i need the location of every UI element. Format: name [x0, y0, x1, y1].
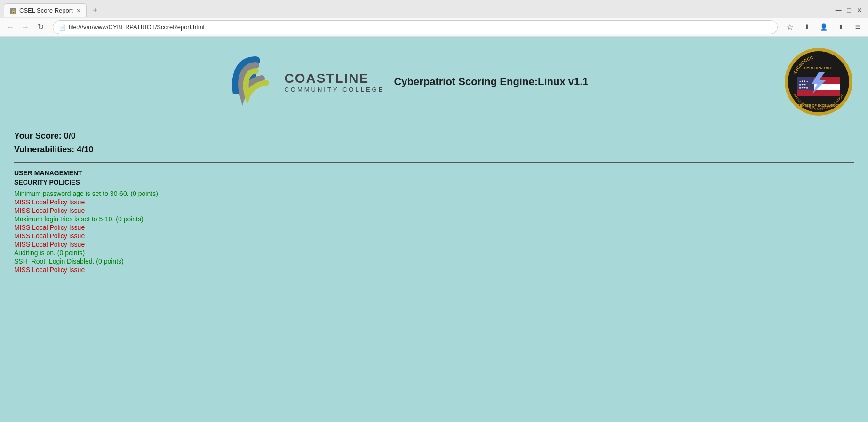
- browser-chrome: 🔒 CSEL Score Report × + ─ □ ✕ ← → ↻ 📄 fi…: [0, 0, 868, 37]
- section-title-security-policies: SECURITY POLICIES: [14, 179, 854, 186]
- back-button[interactable]: ←: [4, 21, 17, 34]
- policy-item: MISS Local Policy Issue: [14, 241, 854, 248]
- policy-item: MISS Local Policy Issue: [14, 266, 854, 274]
- svg-text:★★★: ★★★: [799, 83, 806, 86]
- policy-item: MISS Local Policy Issue: [14, 207, 854, 214]
- score-section: Your Score: 0/0 Vulnerabilities: 4/10: [14, 131, 854, 155]
- college-name-line1: COASTLINE: [284, 71, 384, 86]
- page-title: Cyberpatriot Scoring Engine:Linux v1.1: [394, 76, 588, 88]
- refresh-button[interactable]: ↻: [34, 21, 47, 34]
- nav-right-controls: ☆ ⬇ 👤 ⬆ ≡: [783, 21, 864, 34]
- close-window-button[interactable]: ✕: [855, 5, 864, 16]
- tab-close-button[interactable]: ×: [73, 7, 80, 15]
- lock-icon: 📄: [59, 24, 66, 31]
- policy-item: SSH_Root_Login Disabled. (0 points): [14, 258, 854, 265]
- section-divider: [14, 162, 854, 163]
- sections-container: USER MANAGEMENT SECURITY POLICIES Minimu…: [14, 169, 854, 274]
- tab-bar: 🔒 CSEL Score Report × + ─ □ ✕: [0, 0, 868, 18]
- policy-item: MISS Local Policy Issue: [14, 232, 854, 240]
- policy-item: MISS Local Policy Issue: [14, 198, 854, 206]
- header-center: COASTLINE COMMUNITY COLLEGE Cyberpatriot…: [232, 56, 588, 108]
- account-button[interactable]: 👤: [817, 21, 830, 34]
- new-tab-button[interactable]: +: [88, 4, 102, 17]
- policy-item: MISS Local Policy Issue: [14, 224, 854, 231]
- tab-favicon-icon: 🔒: [10, 8, 16, 14]
- minimize-button[interactable]: ─: [834, 4, 844, 17]
- svg-text:★★★★: ★★★★: [799, 86, 808, 89]
- bookmark-button[interactable]: ☆: [783, 21, 796, 34]
- tab-title: CSEL Score Report: [19, 7, 73, 14]
- share-button[interactable]: ⬆: [834, 21, 847, 34]
- forward-button[interactable]: →: [19, 21, 32, 34]
- page-content: COASTLINE COMMUNITY COLLEGE Cyberpatriot…: [0, 37, 868, 422]
- college-name: COASTLINE COMMUNITY COLLEGE: [284, 71, 384, 93]
- active-tab[interactable]: 🔒 CSEL Score Report ×: [4, 3, 87, 17]
- address-text: file:///var/www/CYBERPATRIOT/ScoreReport…: [69, 23, 204, 31]
- score-label: Your Score: 0/0: [14, 131, 854, 141]
- cyberpatriot-badge: SoCalCCCC ★★★★ ★★★ ★★★★ CYBERPATRIOT: [783, 47, 854, 117]
- page-header: COASTLINE COMMUNITY COLLEGE Cyberpatriot…: [14, 47, 854, 117]
- svg-text:🔒: 🔒: [11, 8, 16, 14]
- svg-text:CYBERPATRIOT: CYBERPATRIOT: [804, 66, 833, 70]
- svg-rect-9: [797, 90, 840, 96]
- college-branding: COASTLINE COMMUNITY COLLEGE: [232, 56, 384, 108]
- restore-button[interactable]: □: [845, 5, 853, 16]
- college-name-line2: COMMUNITY COLLEGE: [284, 86, 384, 93]
- address-bar[interactable]: 📄 file:///var/www/CYBERPATRIOT/ScoreRepo…: [53, 20, 778, 34]
- downloads-button[interactable]: ⬇: [800, 21, 813, 34]
- vuln-label: Vulnerabilities: 4/10: [14, 145, 854, 155]
- menu-button[interactable]: ≡: [851, 21, 864, 34]
- policy-item: Auditing is on. (0 points): [14, 249, 854, 257]
- coastline-logo-icon: [232, 56, 279, 108]
- svg-text:★★★★: ★★★★: [799, 80, 808, 83]
- policy-item: Maximum login tries is set to 5-10. (0 p…: [14, 215, 854, 223]
- section-title-user-management: USER MANAGEMENT: [14, 169, 854, 177]
- nav-bar: ← → ↻ 📄 file:///var/www/CYBERPATRIOT/Sco…: [0, 18, 868, 37]
- policy-item: Minimum password age is set to 30-60. (0…: [14, 190, 854, 197]
